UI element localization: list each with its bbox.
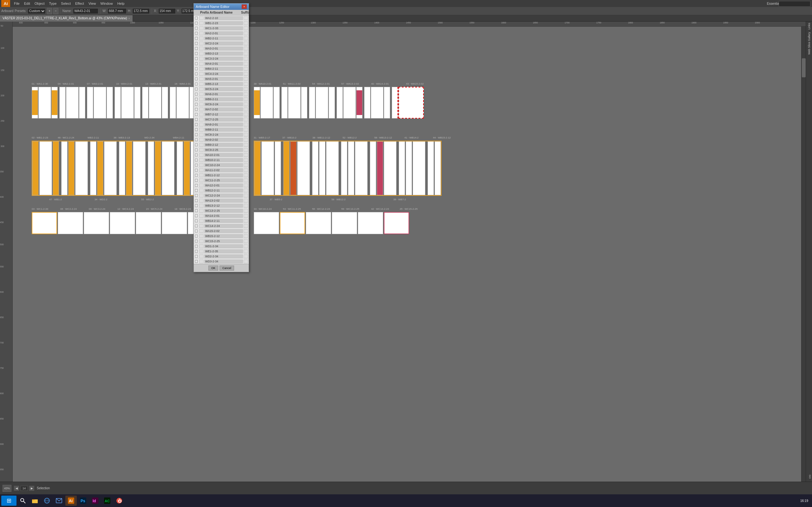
artboard-row-prefix-cell[interactable]	[199, 199, 204, 203]
artboard-row-prefix-cell[interactable]	[199, 193, 204, 198]
artboard-list-item[interactable]: WA6-2-01	[194, 92, 249, 97]
artboard-row-checkbox[interactable]	[194, 153, 199, 157]
artboard-row-prefix-cell[interactable]	[199, 16, 204, 20]
menu-type[interactable]: Type	[47, 1, 59, 6]
artboard-list-item[interactable]: WA10-2-01	[194, 153, 249, 158]
artboard-row-name-cell[interactable]: WC10-2-24	[204, 163, 243, 167]
artboard-row-prefix-cell[interactable]	[199, 178, 204, 182]
artboard-row-prefix-cell[interactable]	[199, 26, 204, 30]
artboard-list-item[interactable]: WA11-2-02	[194, 168, 249, 173]
artboard-list-item[interactable]: WC2-2-24	[194, 41, 249, 46]
artboard-row-prefix-cell[interactable]	[199, 249, 204, 253]
artboard-row-checkbox[interactable]	[194, 214, 199, 217]
artboard-row-suffix-cell[interactable]	[244, 143, 248, 147]
artboard-row-prefix-cell[interactable]	[199, 107, 204, 111]
artboard-list-item[interactable]: WA2-2-01	[194, 31, 249, 36]
artboard-row-checkbox[interactable]	[194, 138, 199, 141]
artboard-row-name-cell[interactable]: WB14-2-11	[204, 219, 243, 223]
artboard-row-suffix-cell[interactable]	[244, 229, 248, 233]
artboard-row-prefix-cell[interactable]	[199, 183, 204, 187]
search-input[interactable]	[779, 1, 810, 7]
artboard-row-checkbox[interactable]	[194, 184, 199, 187]
artboard-row-checkbox[interactable]	[194, 255, 199, 258]
artboard-row-checkbox[interactable]	[194, 26, 199, 30]
artboard-row-suffix-cell[interactable]	[244, 224, 248, 228]
artboard-list-item[interactable]: WA12-2-01	[194, 183, 249, 188]
artboard-row-name-cell[interactable]: WA8-2-01	[204, 123, 243, 126]
artboard-list-item[interactable]: WA5-2-01	[194, 76, 249, 81]
artboard-list-item[interactable]: WC10-2-24	[194, 163, 249, 168]
artboard-row-name-cell[interactable]: WA4-2-01	[204, 62, 243, 66]
artboard-row-prefix-cell[interactable]	[199, 112, 204, 116]
artboard-row-checkbox[interactable]	[194, 118, 199, 121]
menu-help[interactable]: Help	[115, 1, 126, 6]
artboard-row-prefix-cell[interactable]	[199, 32, 204, 35]
cancel-button[interactable]: Cancel	[219, 266, 234, 271]
taskbar-search[interactable]	[17, 496, 29, 506]
artboard-row-name-cell[interactable]: WA6-2-01	[204, 92, 243, 96]
artboard-row-name-cell[interactable]: WC4-2-24	[204, 72, 243, 76]
artboard-row-name-cell[interactable]: WA11-2-02	[204, 168, 243, 172]
artboard-row-suffix-cell[interactable]	[244, 133, 248, 136]
artboard-row-checkbox[interactable]	[194, 189, 199, 192]
artboard-row-checkbox[interactable]	[194, 234, 199, 238]
artboard-row-checkbox[interactable]	[194, 21, 199, 25]
artboard-row-checkbox[interactable]	[194, 47, 199, 50]
artboard-row-prefix-cell[interactable]	[199, 255, 204, 258]
artboard-row-checkbox[interactable]	[194, 72, 199, 75]
artboard-row-checkbox[interactable]	[194, 174, 199, 177]
artboard-row-suffix-cell[interactable]	[244, 72, 248, 76]
width-input[interactable]	[107, 8, 126, 14]
artboard-row-suffix-cell[interactable]	[244, 21, 248, 25]
artboard-row-prefix-cell[interactable]	[199, 77, 204, 81]
prev-artboard-btn[interactable]: ◀	[14, 486, 19, 491]
artboard-row-name-cell[interactable]: WB9-2-12	[204, 143, 243, 147]
artboard-row-name-cell[interactable]: WC11-2-25	[204, 178, 243, 182]
artboard-row-prefix-cell[interactable]	[199, 229, 204, 233]
artboard-number-input[interactable]	[20, 486, 28, 491]
artboard-row-prefix-cell[interactable]	[199, 188, 204, 192]
artboard-row-name-cell[interactable]: WB12-2-11	[204, 188, 243, 192]
menu-view[interactable]: View	[87, 1, 98, 6]
artboard-row-suffix-cell[interactable]	[244, 52, 248, 55]
artboard-row-name-cell[interactable]: WB5-2-13	[204, 82, 243, 86]
artboard-row-suffix-cell[interactable]	[244, 214, 248, 218]
new-artboard-btn[interactable]: +	[47, 8, 52, 14]
artboard-row-name-cell[interactable]: WC5-2-24	[204, 87, 243, 91]
artboard-row-suffix-cell[interactable]	[244, 234, 248, 238]
artboard-row-checkbox[interactable]	[194, 224, 199, 228]
artboard-row-checkbox[interactable]	[194, 57, 199, 60]
artboard-row-name-cell[interactable]: WA10-2-01	[204, 153, 243, 157]
artboard-row-name-cell[interactable]: WA2-2-01	[204, 32, 243, 35]
artboard-row-name-cell[interactable]: WC15-2-25	[204, 239, 243, 243]
artboard-row-suffix-cell[interactable]	[244, 204, 248, 208]
artboard-list-item[interactable]: WA3-2-01	[194, 46, 249, 51]
vertical-scrollbar[interactable]	[801, 26, 806, 490]
artboard-row-checkbox[interactable]	[194, 37, 199, 40]
artboard-row-suffix-cell[interactable]	[244, 42, 248, 45]
artboard-list-item[interactable]: WC6-2-24	[194, 102, 249, 107]
artboard-row-prefix-cell[interactable]	[199, 87, 204, 91]
artboard-row-name-cell[interactable]: WC8-2-24	[204, 133, 243, 136]
artboard-list-item[interactable]: WC8-2-24	[194, 132, 249, 137]
artboard-row-name-cell[interactable]: WB4-2-11	[204, 67, 243, 71]
artboard-row-prefix-cell[interactable]	[199, 209, 204, 213]
artboard-row-prefix-cell[interactable]	[199, 67, 204, 71]
artboard-list-item[interactable]: WD1-2-34	[194, 244, 249, 249]
artboard-row-prefix-cell[interactable]	[199, 224, 204, 228]
dialog-close-button[interactable]: ×	[242, 4, 247, 9]
artboard-row-name-cell[interactable]: WD3-2-34	[204, 260, 243, 263]
artboard-row-prefix-cell[interactable]	[199, 158, 204, 162]
artboard-list-item[interactable]: WA2-2-10	[194, 15, 249, 20]
artboard-row-name-cell[interactable]: WA5-2-01	[204, 77, 243, 81]
go-panel[interactable]: GO	[809, 475, 811, 478]
artboard-row-name-cell[interactable]: WC12-2-24	[204, 193, 243, 198]
artboard-list-item[interactable]: WA9-2-02	[194, 137, 249, 142]
artboard-list-item[interactable]: WD3-2-34	[194, 259, 249, 264]
artboard-row-suffix-cell[interactable]	[244, 193, 248, 198]
artboard-row-name-cell[interactable]: WB1-2-23	[204, 21, 243, 25]
artboard-row-suffix-cell[interactable]	[244, 26, 248, 30]
artboard-row-prefix-cell[interactable]	[199, 92, 204, 96]
artboard-list-item[interactable]: WA15-2-02	[194, 228, 249, 233]
artboard-row-prefix-cell[interactable]	[199, 234, 204, 238]
